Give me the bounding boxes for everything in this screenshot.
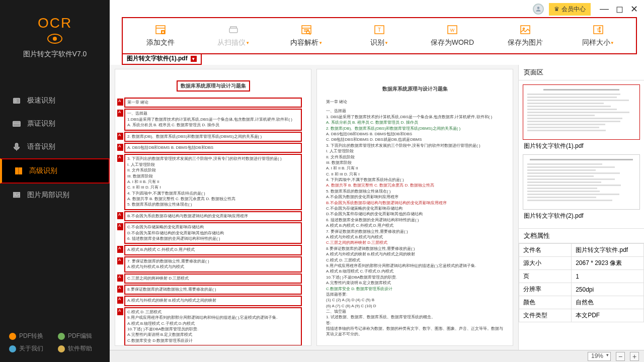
prop-key: 文件类型 bbox=[519, 309, 572, 322]
thumbnail-label: 图片转文字软件(1).pdf bbox=[523, 140, 640, 152]
toolbar-image-button[interactable]: 保存为图片 bbox=[490, 22, 560, 49]
vip-label: 会员中心 bbox=[561, 5, 586, 14]
bottom-link-label: PDF转换 bbox=[19, 332, 43, 340]
crop-icon bbox=[12, 191, 21, 200]
nav-item-mic[interactable]: 语音识别 bbox=[0, 135, 110, 158]
toolbar-recognize-button[interactable]: T识别▼ bbox=[345, 22, 415, 49]
bottom-link-label: 关于我们 bbox=[19, 344, 43, 353]
toolbar-label: 保存为WORD bbox=[418, 38, 486, 47]
toolbar-add-button[interactable]: 添加文件 bbox=[126, 22, 196, 49]
prop-value: 250dpi bbox=[572, 283, 644, 296]
property-row: 源大小2067 * 2923 像素 bbox=[519, 257, 644, 270]
nav-item-advanced[interactable]: 高级识别 bbox=[0, 158, 110, 184]
prop-value: 自然色 bbox=[572, 296, 644, 309]
prop-key: 分辨率 bbox=[519, 283, 572, 296]
dot-icon bbox=[58, 345, 65, 352]
page-thumbnail[interactable]: 图片转文字软件(1).pdf bbox=[523, 84, 640, 152]
dot-icon bbox=[9, 333, 16, 340]
document-properties-table: 文件名图片转文字软件.pdf源大小2067 * 2923 像素页1分辨率250d… bbox=[519, 243, 644, 322]
property-row: 颜色自然色 bbox=[519, 296, 644, 309]
toolbar-scanner-button: 从扫描仪▼ bbox=[199, 22, 269, 49]
file-tab-row: 图片转文字软件(1).pdf ▾ bbox=[110, 53, 644, 65]
right-panel: 页面区 图片转文字软件(1).pdf图片转文字软件(2).pdf 文档属性 文件… bbox=[518, 65, 644, 350]
advanced-icon bbox=[14, 166, 23, 175]
property-row: 文件类型本文PDF bbox=[519, 309, 644, 322]
zoom-in-button[interactable]: + bbox=[630, 352, 639, 361]
file-tab[interactable]: 图片转文字软件(1).pdf ▾ bbox=[122, 53, 202, 65]
close-button[interactable]: ✕ bbox=[630, 4, 638, 15]
property-row: 文件名图片转文字软件.pdf bbox=[519, 244, 644, 257]
close-tab-icon[interactable]: ▾ bbox=[191, 56, 197, 62]
svg-rect-5 bbox=[16, 168, 18, 174]
svg-rect-6 bbox=[19, 168, 22, 174]
page-thumbnails: 图片转文字软件(1).pdf图片转文字软件(2).pdf bbox=[519, 80, 644, 228]
zoom-select[interactable]: 19% bbox=[588, 352, 611, 361]
statusbar: 19% − + bbox=[110, 350, 644, 362]
eye-icon bbox=[47, 34, 62, 44]
prop-value: 1 bbox=[572, 270, 644, 283]
nav-label: 高级识别 bbox=[29, 166, 57, 175]
toolbar-label: 识别▼ bbox=[346, 38, 414, 47]
svg-point-8 bbox=[15, 194, 16, 195]
svg-rect-1 bbox=[15, 100, 16, 102]
page-thumbnail[interactable]: 图片转文字软件(2).pdf bbox=[523, 154, 640, 222]
toolbar-label: 从扫描仪▼ bbox=[200, 38, 268, 47]
toolbar: 添加文件从扫描仪▼内容解析▼T识别▼W保存为WORD保存为图片T同样大小▼ bbox=[122, 17, 637, 54]
nav-item-card[interactable]: 票证识别 bbox=[0, 112, 110, 135]
bottom-link[interactable]: 关于我们 bbox=[9, 344, 52, 353]
toolbar-label: 添加文件 bbox=[127, 38, 195, 47]
bottom-links: PDF转换PDF编辑关于我们软件帮助 bbox=[0, 327, 110, 362]
user-avatar-icon[interactable] bbox=[533, 4, 544, 15]
maximize-button[interactable]: ◻ bbox=[616, 4, 623, 15]
analyze-icon bbox=[300, 24, 313, 35]
property-row: 分辨率250dpi bbox=[519, 283, 644, 296]
dot-icon bbox=[9, 345, 16, 352]
image-icon bbox=[519, 24, 532, 35]
svg-rect-15 bbox=[229, 28, 237, 33]
sidebar: OCR 图片转文字软件V7.0 极速识别票证识别语音识别高级识别图片局部识别 P… bbox=[0, 0, 110, 362]
zoom-value: 19% bbox=[591, 352, 603, 359]
bottom-link[interactable]: PDF转换 bbox=[9, 332, 52, 340]
vip-button[interactable]: ♛会员中心 bbox=[549, 3, 591, 16]
prop-key: 颜色 bbox=[519, 296, 572, 309]
dot-icon bbox=[58, 333, 65, 340]
mic-icon bbox=[12, 142, 21, 151]
toolbar-word-button[interactable]: W保存为WORD bbox=[417, 22, 487, 49]
bottom-link[interactable]: PDF编辑 bbox=[58, 332, 101, 340]
titlebar: ♛会员中心 — ◻ ✕ bbox=[527, 0, 644, 18]
pages-panel-header: 页面区 bbox=[519, 65, 644, 80]
thumbnail-label: 图片转文字软件(2).pdf bbox=[523, 210, 640, 222]
bottom-link[interactable]: 软件帮助 bbox=[58, 344, 101, 353]
svg-point-9 bbox=[537, 7, 540, 9]
prop-value: 本文PDF bbox=[572, 309, 644, 322]
nav-label: 极速识别 bbox=[27, 96, 55, 105]
bottom-link-label: 软件帮助 bbox=[68, 344, 92, 353]
workspace: 数据库系统原理与设计习题集第一章 绪论一、选择题1.DBS是采用了数据库技术的计… bbox=[110, 65, 644, 350]
card-icon bbox=[12, 119, 21, 128]
toolbar-size-button[interactable]: T同样大小▼ bbox=[563, 22, 633, 49]
toolbar-analyze-button[interactable]: 内容解析▼ bbox=[272, 22, 342, 49]
props-panel-header: 文档属性 bbox=[519, 228, 644, 243]
logo-area: OCR 图片转文字软件V7.0 bbox=[0, 0, 110, 69]
svg-rect-2 bbox=[13, 122, 20, 127]
zoom-out-button[interactable]: − bbox=[616, 352, 625, 361]
crown-icon: ♛ bbox=[554, 6, 559, 13]
speed-icon bbox=[12, 96, 21, 105]
nav-list: 极速识别票证识别语音识别高级识别图片局部识别 bbox=[0, 89, 110, 327]
minimize-button[interactable]: — bbox=[600, 4, 609, 15]
nav-item-crop[interactable]: 图片局部识别 bbox=[0, 184, 110, 207]
nav-label: 语音识别 bbox=[27, 142, 55, 151]
add-icon bbox=[154, 24, 167, 35]
toolbar-label: 内容解析▼ bbox=[273, 38, 341, 47]
scanner-icon bbox=[227, 24, 240, 35]
prop-value: 2067 * 2923 像素 bbox=[572, 257, 644, 270]
size-icon: T bbox=[592, 24, 605, 35]
nav-item-speed[interactable]: 极速识别 bbox=[0, 89, 110, 112]
property-row: 页1 bbox=[519, 270, 644, 283]
app-logo-text: OCR bbox=[0, 15, 110, 31]
prop-key: 页 bbox=[519, 270, 572, 283]
svg-text:W: W bbox=[450, 28, 455, 33]
svg-rect-0 bbox=[14, 99, 20, 104]
svg-text:T: T bbox=[378, 27, 381, 33]
page-left-annotated: 数据库系统原理与设计习题集第一章 绪论一、选择题1.DBS是采用了数据库技术的计… bbox=[115, 69, 311, 346]
